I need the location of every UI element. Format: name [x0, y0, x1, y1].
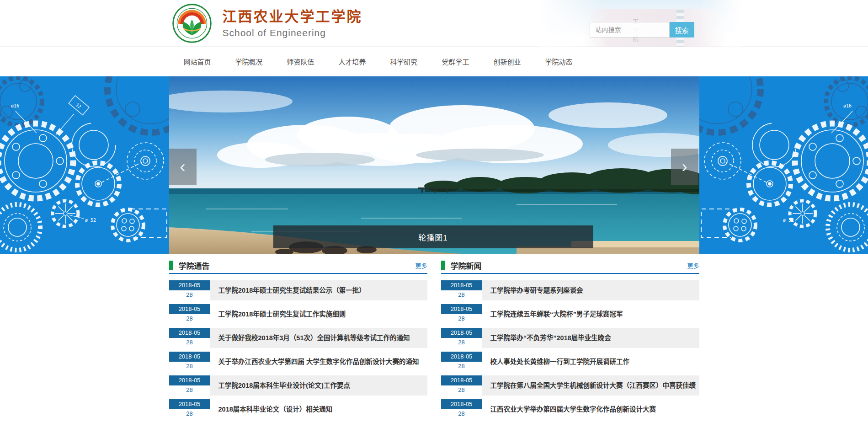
news-title[interactable]: 工学院在第八届全国大学生机械创新设计大赛（江西赛区）中喜获佳绩: [482, 375, 699, 396]
news-row[interactable]: 2018-0528工学院2018年硕士研究生复试工作实施细则: [169, 304, 427, 324]
nav-item-6[interactable]: 党群学工: [442, 57, 469, 66]
news-title[interactable]: 江西农业大学举办第四届大学生数字化作品创新设计大赛: [482, 399, 699, 419]
news-row[interactable]: 2018-0528工学院举办考研专题系列座谈会: [441, 280, 699, 300]
site-title: 江西农业大学工学院: [223, 8, 362, 25]
more-link[interactable]: 更多: [415, 261, 427, 270]
news-row[interactable]: 2018-0528工学院2018届本科生毕业设计(论文)工作要点: [169, 375, 427, 396]
date-badge: 2018-0528: [441, 375, 482, 396]
blueprint-dim-label: ø16: [11, 103, 19, 108]
nav-item-7[interactable]: 创新创业: [494, 57, 521, 66]
date-badge: 2018-0528: [441, 328, 482, 348]
date-month: 2018-05: [441, 280, 482, 290]
blueprint-dim-label: ø 52: [85, 218, 96, 223]
news-title[interactable]: 校人事处处长黄维柳一行到工学院开展调研工作: [482, 352, 699, 372]
news-row[interactable]: 2018-0528工学院举办“不负芳华”2018届毕业生晚会: [441, 328, 699, 348]
blueprint-dim-label: ø16: [843, 103, 852, 108]
news-title[interactable]: 工学院举办考研专题系列座谈会: [482, 280, 699, 300]
date-badge: 2018-0528: [169, 304, 210, 324]
date-day: 28: [441, 385, 482, 396]
nav-item-2[interactable]: 学院概况: [235, 57, 263, 66]
column-title: 学院通告: [179, 260, 210, 271]
university-logo-icon: [172, 4, 212, 43]
green-bar-icon: [169, 261, 173, 270]
date-day: 28: [169, 290, 210, 300]
date-badge: 2018-0528: [169, 280, 210, 300]
site-search: 搜索: [590, 22, 694, 37]
carousel-caption: 轮播图1: [273, 225, 593, 248]
news-section: 学院通告 更多 2018-0528工学院2018年硕士研究生复试结果公示（第一批…: [169, 257, 699, 423]
page: { "header": { "logo_title": "江西农业大学工学院",…: [0, 0, 868, 428]
date-badge: 2018-0528: [169, 375, 210, 396]
date-day: 28: [441, 409, 482, 419]
site-subtitle: School of Engineering: [223, 27, 362, 38]
date-month: 2018-05: [169, 399, 210, 409]
date-month: 2018-05: [441, 352, 482, 362]
nav-list: 网站首页学院概况师资队伍人才培养科学研究党群学工创新创业学院动态: [169, 47, 699, 76]
date-month: 2018-05: [441, 399, 482, 409]
brand: 江西农业大学工学院 School of Engineering: [172, 4, 362, 43]
news-title[interactable]: 工学院举办“不负芳华”2018届毕业生晚会: [482, 328, 699, 348]
date-day: 28: [441, 362, 482, 372]
carousel: ø16 12 ø 52: [0, 76, 868, 254]
more-link[interactable]: 更多: [687, 261, 699, 270]
date-month: 2018-05: [169, 280, 210, 290]
news-title[interactable]: 关于做好我校2018年3月（51次）全国计算机等级考试工作的通知: [210, 328, 427, 348]
column-header: 学院通告 更多: [169, 257, 427, 274]
news-title[interactable]: 2018届本科毕业论文（设计）相关通知: [210, 399, 427, 419]
date-badge: 2018-0528: [169, 352, 210, 372]
nav-item-1[interactable]: 网站首页: [184, 57, 211, 66]
news-title[interactable]: 工学院2018届本科生毕业设计(论文)工作要点: [210, 375, 427, 396]
news-title[interactable]: 工学院连续五年蝉联“大院杯”男子足球赛冠军: [482, 304, 699, 324]
search-button[interactable]: 搜索: [670, 22, 694, 37]
date-badge: 2018-0528: [441, 280, 482, 300]
date-month: 2018-05: [441, 375, 482, 385]
main-nav: 网站首页学院概况师资队伍人才培养科学研究党群学工创新创业学院动态: [0, 47, 868, 76]
blueprint-dim-label: ø 52: [783, 218, 794, 223]
carousel-next-icon[interactable]: ›: [671, 149, 698, 185]
notice-column: 学院通告 更多 2018-0528工学院2018年硕士研究生复试结果公示（第一批…: [169, 257, 427, 423]
news-row[interactable]: 2018-0528校人事处处长黄维柳一行到工学院开展调研工作: [441, 352, 699, 372]
column-header: 学院新闻 更多: [441, 257, 699, 274]
date-day: 28: [169, 362, 210, 372]
news-title[interactable]: 工学院2018年硕士研究生复试工作实施细则: [210, 304, 427, 324]
search-input[interactable]: [590, 22, 670, 37]
date-badge: 2018-0528: [441, 304, 482, 324]
nav-item-5[interactable]: 科学研究: [390, 57, 418, 66]
news-row[interactable]: 2018-0528关于举办江西农业大学第四届 大学生数字化作品创新设计大赛的通知: [169, 352, 427, 372]
date-day: 28: [169, 385, 210, 396]
date-day: 28: [441, 314, 482, 324]
site-header: 工学院 江西农业大学工学院 School of Engineering 搜索: [0, 0, 868, 47]
date-month: 2018-05: [169, 328, 210, 338]
news-row[interactable]: 2018-0528工学院连续五年蝉联“大院杯”男子足球赛冠军: [441, 304, 699, 324]
date-day: 28: [169, 314, 210, 324]
news-title[interactable]: 工学院2018年硕士研究生复试结果公示（第一批）: [210, 280, 427, 300]
news-list: 2018-0528工学院举办考研专题系列座谈会2018-0528工学院连续五年蝉…: [441, 280, 699, 419]
news-row[interactable]: 2018-0528关于做好我校2018年3月（51次）全国计算机等级考试工作的通…: [169, 328, 427, 348]
date-badge: 2018-0528: [441, 399, 482, 419]
nav-item-4[interactable]: 人才培养: [339, 57, 366, 66]
nav-item-3[interactable]: 师资队伍: [287, 57, 314, 66]
nav-item-8[interactable]: 学院动态: [545, 57, 573, 66]
date-day: 28: [169, 409, 210, 419]
gear-pattern-left: ø16 12 ø 52: [0, 76, 170, 254]
carousel-prev-icon[interactable]: ‹: [169, 149, 197, 185]
news-row[interactable]: 2018-05282018届本科毕业论文（设计）相关通知: [169, 399, 427, 419]
date-month: 2018-05: [169, 375, 210, 385]
blueprint-dim-label: 12: [75, 102, 82, 109]
date-badge: 2018-0528: [169, 399, 210, 419]
carousel-slide: 轮播图1 ‹ ›: [169, 76, 699, 254]
column-title: 学院新闻: [451, 260, 482, 271]
date-month: 2018-05: [169, 304, 210, 314]
green-bar-icon: [441, 261, 445, 270]
news-row[interactable]: 2018-0528江西农业大学举办第四届大学生数字化作品创新设计大赛: [441, 399, 699, 419]
date-day: 28: [169, 338, 210, 348]
date-month: 2018-05: [169, 352, 210, 362]
news-title[interactable]: 关于举办江西农业大学第四届 大学生数字化作品创新设计大赛的通知: [210, 352, 427, 372]
news-row[interactable]: 2018-0528工学院在第八届全国大学生机械创新设计大赛（江西赛区）中喜获佳绩: [441, 375, 699, 396]
news-row[interactable]: 2018-0528工学院2018年硕士研究生复试结果公示（第一批）: [169, 280, 427, 300]
news-list: 2018-0528工学院2018年硕士研究生复试结果公示（第一批）2018-05…: [169, 280, 427, 419]
date-month: 2018-05: [441, 304, 482, 314]
date-day: 28: [441, 290, 482, 300]
gear-pattern-right: ø16 ø 52: [698, 76, 868, 254]
date-badge: 2018-0528: [169, 328, 210, 348]
